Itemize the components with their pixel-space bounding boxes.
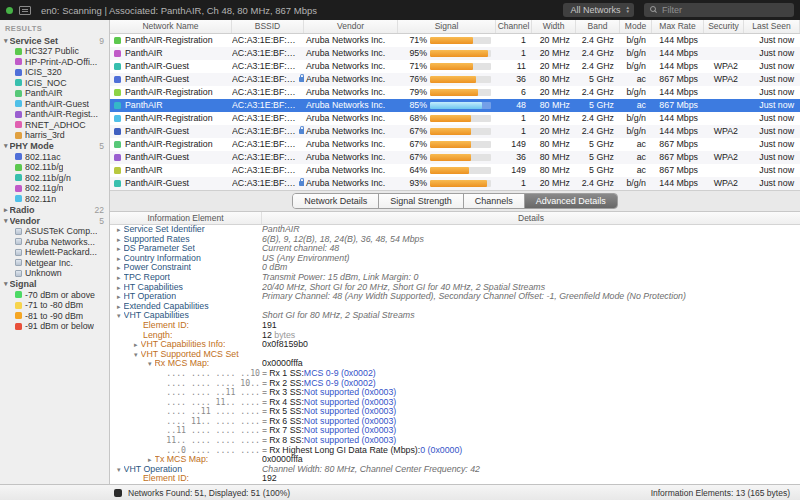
- detail-row[interactable]: .... ..11 .... ....=Rx 5 SS: Not support…: [110, 407, 800, 417]
- disclosure-triangle-icon[interactable]: ▾: [148, 359, 152, 369]
- disclosure-triangle-icon[interactable]: ▾: [134, 350, 138, 360]
- detail-row[interactable]: ▸VHT Capabilities Info:0x0f8159b0: [110, 340, 800, 350]
- detail-row[interactable]: ..11 .... .... ....=Rx 7 SS: Not support…: [110, 426, 800, 436]
- disclosure-triangle-icon[interactable]: ▸: [134, 340, 138, 350]
- sidebar-item-harris-3rd[interactable]: harris_3rd: [0, 130, 109, 141]
- column-header-security[interactable]: Security: [704, 20, 744, 33]
- detail-row[interactable]: ▸DS Parameter SetCurrent channel: 48: [110, 244, 800, 254]
- column-header-information-element[interactable]: Information Element: [110, 212, 262, 224]
- network-scope-dropdown[interactable]: All Networks ▲▼: [563, 3, 634, 17]
- detail-row[interactable]: .... .... .... ..10=Rx 1 SS: MCS 0-9 (0x…: [110, 369, 800, 379]
- sidebar-group-radio[interactable]: ▸Radio22: [0, 204, 109, 215]
- sidebar-item-81-to-90-dbm[interactable]: -81 to -90 dBm: [0, 311, 109, 322]
- sidebar-item-91-dbm-or-below[interactable]: -91 dBm or below: [0, 321, 109, 332]
- sidebar-item-aruba-networks[interactable]: Aruba Networks...: [0, 237, 109, 248]
- sidebar-item-802-11n[interactable]: 802.11n: [0, 194, 109, 205]
- table-row[interactable]: PanthAIR-RegistrationAC:A3:1E:BF:…Aruba …: [110, 86, 800, 99]
- sidebar-group-signal[interactable]: ▾Signal: [0, 279, 109, 290]
- disclosure-triangle-icon[interactable]: ▸: [117, 244, 121, 254]
- detail-row[interactable]: ▾Rx MCS Map:0x0000fffa: [110, 359, 800, 369]
- sidebar-item-802-11b-g-n[interactable]: 802.11b/g/n: [0, 173, 109, 184]
- tab-advanced-details[interactable]: Advanced Details: [525, 194, 617, 208]
- detail-row[interactable]: ▸HT OperationPrimary Channel: 48 (Any Wi…: [110, 292, 800, 302]
- disclosure-triangle-icon[interactable]: ▾: [4, 37, 8, 45]
- table-row[interactable]: PanthAIR-GuestAC:A3:1E:BF:…Aruba Network…: [110, 60, 800, 73]
- detail-row[interactable]: ▸Tx MCS Map:0x0000fffa: [110, 455, 800, 465]
- sidebar-item-hc327-public[interactable]: HC327 Public: [0, 46, 109, 57]
- column-header-channel[interactable]: Channel: [496, 20, 532, 33]
- disclosure-triangle-icon[interactable]: ▸: [117, 254, 121, 264]
- disclosure-triangle-icon[interactable]: ▸: [117, 235, 121, 245]
- disclosure-triangle-icon[interactable]: ▾: [117, 311, 121, 321]
- sidebar-item-802-11b-g[interactable]: 802.11b/g: [0, 162, 109, 173]
- column-header-last-seen[interactable]: Last Seen: [744, 20, 800, 33]
- detail-row[interactable]: Element ID:192: [110, 474, 800, 484]
- disclosure-triangle-icon[interactable]: ▸: [117, 225, 121, 235]
- detail-row[interactable]: .... 11.. .... ....=Rx 6 SS: Not support…: [110, 417, 800, 427]
- sidebar-item-70-dbm-or-above[interactable]: -70 dBm or above: [0, 290, 109, 301]
- sidebar-item-rnet-adhoc[interactable]: RNET_ADHOC: [0, 120, 109, 131]
- detail-row[interactable]: ▾VHT Supported MCS Set: [110, 350, 800, 360]
- sidebar-item-unknown[interactable]: Unknown: [0, 268, 109, 279]
- detail-row[interactable]: ...0 .... .... ....=Rx Highest Long GI D…: [110, 446, 800, 456]
- table-row[interactable]: PanthAIR-GuestAC:A3:1E:BF:…Aruba Network…: [110, 125, 800, 138]
- table-row[interactable]: PanthAIR-GuestAC:A3:1E:BF:…Aruba Network…: [110, 151, 800, 164]
- disclosure-triangle-icon[interactable]: ▸: [117, 263, 121, 273]
- table-row[interactable]: PanthAIR-GuestAC:A3:1E:BF:…Aruba Network…: [110, 73, 800, 86]
- sidebar-item-hewlett-packard[interactable]: Hewlett-Packard...: [0, 247, 109, 258]
- table-row[interactable]: PanthAIR-RegistrationAC:A3:1E:BF:…Aruba …: [110, 112, 800, 125]
- tab-channels[interactable]: Channels: [464, 194, 525, 208]
- table-row[interactable]: PanthAIR-GuestAC:A3:1E:BF:…Aruba Network…: [110, 177, 800, 190]
- sidebar-group-service-set[interactable]: ▾Service Set9: [0, 35, 109, 46]
- table-row[interactable]: PanthAIRAC:A3:1E:BF:…Aruba Networks Inc.…: [110, 99, 800, 112]
- detail-row[interactable]: Length:12 bytes: [110, 331, 800, 341]
- detail-row[interactable]: .... .... ..11 ....=Rx 3 SS: Not support…: [110, 388, 800, 398]
- column-header-max-rate[interactable]: Max Rate: [652, 20, 704, 33]
- disclosure-triangle-icon[interactable]: ▾: [4, 217, 8, 225]
- disclosure-triangle-icon[interactable]: ▸: [148, 455, 152, 465]
- disclosure-triangle-icon[interactable]: ▸: [117, 283, 121, 293]
- disclosure-triangle-icon[interactable]: ▸: [117, 273, 121, 283]
- sidebar-item-panthair-regist[interactable]: PanthAIR-Regist...: [0, 109, 109, 120]
- column-header-signal[interactable]: Signal: [398, 20, 496, 33]
- column-header-details[interactable]: Details: [262, 212, 800, 224]
- sidebar-item-icis-noc[interactable]: ICIS_NOC: [0, 78, 109, 89]
- scan-status-icon[interactable]: [6, 7, 13, 14]
- table-row[interactable]: PanthAIR-RegistrationAC:A3:1E:BF:…Aruba …: [110, 34, 800, 47]
- sidebar-item-netgear-inc[interactable]: Netgear Inc.: [0, 258, 109, 269]
- column-header-width[interactable]: Width: [532, 20, 576, 33]
- sidebar-toggle-icon[interactable]: [19, 6, 31, 15]
- detail-row[interactable]: ▸Country InformationUS (Any Environment): [110, 254, 800, 264]
- sidebar-item-802-11ac[interactable]: 802.11ac: [0, 152, 109, 163]
- detail-row[interactable]: ▸Power Constraint0 dBm: [110, 263, 800, 273]
- disclosure-triangle-icon[interactable]: ▾: [117, 465, 121, 475]
- disclosure-triangle-icon[interactable]: ▸: [117, 292, 121, 302]
- table-row[interactable]: PanthAIRAC:A3:1E:BF:…Aruba Networks Inc.…: [110, 47, 800, 60]
- sidebar-item-icis-320[interactable]: ICIS_320: [0, 67, 109, 78]
- disclosure-triangle-icon[interactable]: ▸: [117, 302, 121, 312]
- sidebar-item-71-to-80-dbm[interactable]: -71 to -80 dBm: [0, 300, 109, 311]
- detail-row[interactable]: .... .... 11.. ....=Rx 4 SS: Not support…: [110, 398, 800, 408]
- sidebar-item-hp-print-ad-offi[interactable]: HP-Print-AD-Offi...: [0, 57, 109, 68]
- disclosure-triangle-icon[interactable]: ▸: [4, 206, 8, 214]
- detail-row[interactable]: Element ID:191: [110, 321, 800, 331]
- column-header-bssid[interactable]: BSSID: [232, 20, 304, 33]
- column-header-mode[interactable]: Mode: [620, 20, 652, 33]
- detail-row[interactable]: ▸Service Set IdentifierPanthAIR: [110, 225, 800, 235]
- sidebar-item-panthair-guest[interactable]: PanthAIR-Guest: [0, 99, 109, 110]
- disclosure-triangle-icon[interactable]: ▾: [4, 142, 8, 150]
- detail-row[interactable]: ▸Supported Rates6(B), 9, 12(B), 18, 24(B…: [110, 235, 800, 245]
- detail-row[interactable]: ▾VHT CapabilitiesShort GI for 80 MHz, 2 …: [110, 311, 800, 321]
- sidebar-group-phy-mode[interactable]: ▾PHY Mode5: [0, 141, 109, 152]
- filter-input[interactable]: Filter: [644, 3, 794, 17]
- column-header-band[interactable]: Band: [576, 20, 620, 33]
- detail-row[interactable]: ▸TPC ReportTransmit Power: 15 dBm, Link …: [110, 273, 800, 283]
- column-header-vendor[interactable]: Vendor: [304, 20, 398, 33]
- sidebar-group-vendor[interactable]: ▾Vendor5: [0, 215, 109, 226]
- column-header-network-name[interactable]: Network Name: [110, 20, 232, 33]
- sidebar-item-802-11g-n[interactable]: 802.11g/n: [0, 183, 109, 194]
- sidebar-item-panthair[interactable]: PanthAIR: [0, 88, 109, 99]
- detail-row[interactable]: ▾VHT OperationChannel Width: 80 MHz, Cha…: [110, 465, 800, 475]
- tab-network-details[interactable]: Network Details: [293, 194, 379, 208]
- tab-signal-strength[interactable]: Signal Strength: [379, 194, 464, 208]
